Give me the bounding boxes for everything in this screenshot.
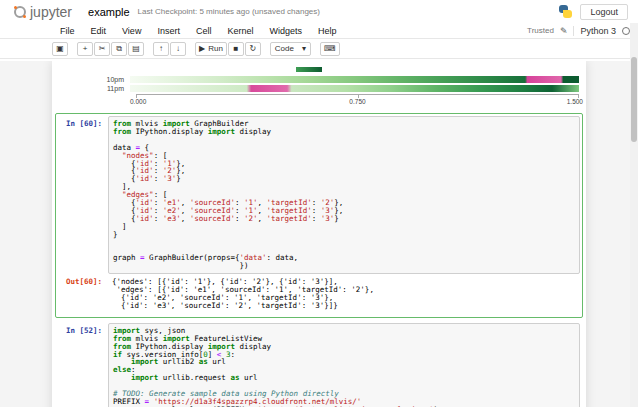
- plus-icon: +: [83, 44, 88, 53]
- notebook-title[interactable]: example: [88, 6, 130, 18]
- cell-type-value: Code: [275, 44, 294, 53]
- notebook-header: jupyter example Last Checkpoint: 5 minut…: [0, 0, 638, 23]
- code-line: [113, 239, 575, 247]
- menu-insert[interactable]: Insert: [149, 25, 188, 37]
- jupyter-planet-icon: [14, 6, 26, 18]
- restart-kernel-button[interactable]: ↻: [245, 42, 261, 56]
- edit-mode-pencil-icon: ✎: [560, 26, 568, 36]
- input-prompt: In [52]:: [58, 323, 108, 407]
- scrollbar-thumb[interactable]: [631, 57, 637, 142]
- python-logo-icon: [559, 5, 572, 18]
- code-editor[interactable]: from mlvis import GraphBuilderfrom IPyth…: [108, 116, 580, 274]
- output-prompt: Out[60]:: [58, 274, 108, 315]
- code-line: {'id': '2'},: [113, 167, 575, 175]
- axis-tick-label: 1.500: [567, 98, 583, 105]
- move-cell-down-button[interactable]: ↓: [170, 42, 186, 56]
- cell-type-dropdown[interactable]: Code ▾: [270, 42, 311, 56]
- run-cell-button[interactable]: ▶ Run: [195, 42, 227, 56]
- paste-cell-button[interactable]: ▤: [128, 42, 144, 56]
- menu-help[interactable]: Help: [310, 25, 345, 37]
- menu-kernel[interactable]: Kernel: [219, 25, 261, 37]
- stop-icon: ■: [233, 44, 238, 53]
- copy-icon: ⧉: [116, 44, 122, 54]
- code-line: }: [113, 231, 575, 239]
- heatmap-color-axis: 0.000 0.750 1.500: [136, 94, 579, 105]
- restart-icon: ↻: [249, 44, 256, 53]
- code-line: {'id': 'e3', 'sourceId': '2', 'targetId'…: [113, 215, 575, 223]
- scrollbar[interactable]: [630, 23, 638, 407]
- menu-edit[interactable]: Edit: [83, 25, 115, 37]
- run-icon: ▶: [199, 44, 205, 53]
- menu-file[interactable]: File: [52, 25, 83, 37]
- paste-icon: ▤: [132, 44, 140, 53]
- menu-separator: [573, 26, 574, 36]
- code-editor[interactable]: import sys, jsonfrom mlvis import Featur…: [108, 323, 580, 407]
- trusted-badge: Trusted: [527, 26, 554, 35]
- checkpoint-text: Last Checkpoint: 5 minutes ago: [138, 7, 250, 16]
- code-line: }): [113, 262, 575, 270]
- menu-cell[interactable]: Cell: [188, 25, 220, 37]
- heatmap-bar-fragment: [296, 67, 322, 72]
- code-line: data = {: [113, 144, 575, 152]
- axis-tick-label: 0.750: [349, 98, 365, 105]
- heatmap-row-label: 11pm: [56, 85, 130, 92]
- jupyter-logo-text: jupyter: [30, 4, 72, 20]
- code-line: import urllib.request as url: [113, 374, 575, 382]
- scissors-icon: ✂: [99, 44, 106, 53]
- code-cell-60[interactable]: In [60]: from mlvis import GraphBuilderf…: [55, 113, 583, 318]
- cell-input-row: In [60]: from mlvis import GraphBuilderf…: [58, 116, 580, 274]
- heatmap-output: 10pm 11pm 0.000 0.750 1.500: [52, 65, 586, 111]
- input-prompt: In [60]:: [58, 116, 108, 274]
- heatmap-row-label: 10pm: [56, 76, 130, 83]
- axis-tick-label: 0.000: [130, 98, 146, 105]
- cell-output-text: {'nodes': [{'id': '1'}, {'id': '2'}, {'i…: [108, 274, 580, 315]
- menu-view[interactable]: View: [114, 25, 149, 37]
- jupyter-logo[interactable]: jupyter: [14, 4, 72, 20]
- chevron-down-icon: ▾: [302, 44, 306, 53]
- code-line: ],: [113, 183, 575, 191]
- menu-bar: File Edit View Insert Cell Kernel Widget…: [0, 23, 638, 39]
- code-line: import urllib2 as url: [113, 358, 575, 366]
- save-icon: ▣: [56, 44, 64, 53]
- heatmap-row: 11pm: [56, 85, 582, 92]
- cell-output-row: Out[60]: {'nodes': [{'id': '1'}, {'id': …: [58, 274, 580, 315]
- kernel-name: Python 3: [580, 26, 616, 36]
- code-line: {'id': '3'}: [113, 175, 575, 183]
- save-button[interactable]: ▣: [52, 42, 68, 56]
- arrow-up-icon: ↑: [159, 44, 163, 53]
- cut-cell-button[interactable]: ✂: [94, 42, 110, 56]
- run-label: Run: [208, 44, 223, 53]
- notebook-toolbar: ▣ + ✂ ⧉ ▤ ↑ ↓ ▶ Run ■ ↻ Code ▾ ⌨: [0, 39, 638, 59]
- interrupt-kernel-button[interactable]: ■: [228, 42, 244, 56]
- checkpoint-status: Last Checkpoint: 5 minutes ago (unsaved …: [138, 7, 320, 16]
- code-line: ]: [113, 223, 575, 231]
- notebook-container: 10pm 11pm 0.000 0.750 1.500: [52, 61, 586, 407]
- menu-widgets[interactable]: Widgets: [261, 25, 310, 37]
- command-palette-button[interactable]: ⌨: [320, 42, 340, 56]
- code-line: from IPython.display import display: [113, 128, 575, 136]
- arrow-down-icon: ↓: [176, 44, 180, 53]
- move-cell-up-button[interactable]: ↑: [153, 42, 169, 56]
- checkpoint-unsaved: (unsaved changes): [252, 7, 320, 16]
- heatmap-bar: [130, 85, 579, 92]
- heatmap-bar: [130, 76, 579, 83]
- heatmap-row: 10pm: [56, 76, 582, 83]
- notebook-scroll-area[interactable]: 10pm 11pm 0.000 0.750 1.500: [0, 61, 638, 407]
- add-cell-button[interactable]: +: [77, 42, 93, 56]
- logout-button[interactable]: Logout: [580, 4, 628, 20]
- jupyter-notebook-window: jupyter example Last Checkpoint: 5 minut…: [0, 0, 638, 407]
- copy-cell-button[interactable]: ⧉: [111, 42, 127, 56]
- keyboard-icon: ⌨: [324, 44, 336, 53]
- code-line: [113, 136, 575, 144]
- cell-input-row: In [52]: import sys, jsonfrom mlvis impo…: [58, 323, 580, 407]
- code-line: {'id': 'e3', 'sourceId': '2', 'targetId'…: [112, 302, 576, 310]
- kernel-idle-indicator-icon: [622, 27, 630, 35]
- code-cell-52[interactable]: In [52]: import sys, jsonfrom mlvis impo…: [55, 320, 583, 407]
